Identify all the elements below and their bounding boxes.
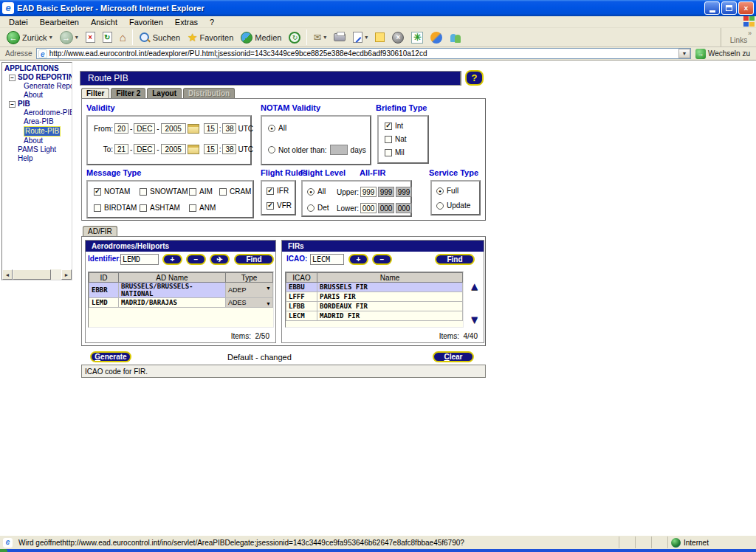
notam-all-option[interactable]: ● All	[268, 124, 286, 132]
forward-button[interactable]: → ▾	[56, 30, 82, 46]
menu-item-ansicht[interactable]: Ansicht	[85, 18, 123, 27]
service-update-option[interactable]: Update	[436, 201, 470, 210]
type-dropdown[interactable]: ADEP ▼	[226, 283, 273, 298]
restore-button[interactable]	[721, 1, 737, 15]
tab-adfir[interactable]: AD/FIR	[83, 226, 117, 237]
back-button[interactable]: ← Zurück ▾	[3, 30, 56, 46]
messenger-block-button[interactable]: ×	[388, 30, 408, 45]
calendar-icon[interactable]	[188, 124, 199, 134]
aerodrome-route-button[interactable]: ✈	[210, 254, 230, 265]
notam-option[interactable]: ✓ NOTAM	[94, 187, 130, 196]
briefing-mil-option[interactable]: Mil	[385, 148, 405, 156]
stop-button[interactable]: ×	[82, 30, 99, 44]
from-year-field[interactable]	[161, 123, 186, 134]
search-button[interactable]: Suchen	[135, 30, 184, 45]
fir-row[interactable]: LECMMADRID FIR	[286, 311, 463, 321]
collapse-icon[interactable]: −	[9, 75, 16, 81]
flight-level-det-option[interactable]: Det	[307, 204, 329, 212]
edit-dropdown-icon[interactable]: ▾	[365, 34, 368, 41]
ashtam-option[interactable]: ASHTAM	[140, 204, 180, 212]
scroll-left-icon[interactable]: ◄	[2, 269, 13, 280]
close-button[interactable]: ×	[738, 1, 754, 15]
anm-option[interactable]: ANM	[189, 204, 216, 212]
briefing-nat-option[interactable]: Nat	[385, 135, 407, 143]
snowtam-option[interactable]: SNOWTAM	[140, 187, 188, 196]
home-button[interactable]: ⌂	[116, 30, 130, 44]
sidebar-item-generate-report[interactable]: Generate Report	[4, 82, 72, 91]
mail-dropdown-icon[interactable]: ▾	[323, 34, 326, 41]
clear-button[interactable]: Clear	[433, 351, 474, 362]
tab-layout[interactable]: Layout	[147, 88, 182, 99]
aerodrome-remove-button[interactable]: −	[186, 254, 206, 265]
sidebar-item-pams-light[interactable]: PAMS Light	[4, 145, 72, 154]
generate-button[interactable]: Generate	[90, 351, 131, 362]
notam-not-older-option[interactable]: Not older than: days	[268, 145, 366, 155]
aerodrome-row[interactable]: EBBR BRUSSELS/BRUSSELS-NATIONAL ADEP ▼	[89, 283, 273, 298]
history-button[interactable]: ↻	[285, 30, 304, 45]
vfr-option[interactable]: ✓ VFR	[267, 201, 292, 210]
chevron-icon[interactable]: »	[748, 30, 752, 36]
edit-button[interactable]: ▾	[349, 30, 371, 44]
media-button[interactable]: Medien	[237, 30, 285, 45]
favorites-button[interactable]: ★ Favoriten	[184, 30, 237, 44]
ifr-option[interactable]: ✓ IFR	[267, 187, 289, 195]
forward-dropdown-icon[interactable]: ▾	[75, 34, 78, 41]
tab-filter[interactable]: Filter	[81, 88, 109, 99]
sidebar-item-aerodrome-pib[interactable]: Aerodrome-PIB	[4, 108, 72, 117]
sidebar-item-area-pib[interactable]: Area-PIB	[4, 117, 72, 126]
icao-input[interactable]	[310, 254, 344, 265]
sidebar-item-sdo-reporting[interactable]: − SDO REPORTING	[4, 73, 72, 82]
lower-field-1[interactable]	[360, 203, 377, 213]
sidebar-horizontal-scrollbar[interactable]: ◄ ►	[2, 269, 72, 280]
aerodrome-find-button[interactable]: Find	[234, 254, 274, 265]
menu-item-hilfe[interactable]: ?	[204, 18, 220, 27]
help-button[interactable]: ?	[465, 70, 484, 86]
address-dropdown-icon[interactable]: ▼	[678, 49, 690, 58]
print-button[interactable]	[330, 32, 349, 43]
menu-item-bearbeiten[interactable]: Bearbeiten	[34, 18, 85, 27]
dropdown-arrow-icon[interactable]: ▼	[266, 286, 271, 291]
to-year-field[interactable]	[161, 144, 186, 154]
fir-find-button[interactable]: Find	[435, 254, 475, 265]
scroll-right-icon[interactable]: ►	[61, 269, 72, 280]
go-button[interactable]: → Wechseln zu	[691, 49, 755, 59]
to-minute-field[interactable]	[222, 144, 236, 154]
sidebar-item-about-pib[interactable]: About	[4, 137, 72, 145]
aim-option[interactable]: AIM	[189, 187, 213, 196]
collapse-icon[interactable]: −	[9, 101, 16, 108]
refresh-button[interactable]: ↻	[99, 30, 116, 44]
links-toolbar[interactable]: » Links	[721, 28, 756, 46]
address-url[interactable]: http://www.ead.eurocontrol.int/eadexplor…	[49, 49, 678, 58]
calendar-icon[interactable]	[188, 145, 199, 154]
aerodrome-add-button[interactable]: +	[162, 254, 182, 265]
tab-filter2[interactable]: Filter 2	[111, 88, 145, 99]
birdtam-option[interactable]: BIRDTAM	[94, 204, 137, 212]
move-down-icon[interactable]: ▼	[469, 314, 480, 325]
type-dropdown[interactable]: ADES ▼	[226, 298, 273, 308]
address-input[interactable]: e http://www.ead.eurocontrol.int/eadexpl…	[36, 48, 691, 59]
fir-row[interactable]: LFFFPARIS FIR	[286, 292, 463, 302]
upper-field-1[interactable]	[360, 187, 377, 197]
cram-option[interactable]: CRAM	[219, 187, 251, 196]
fir-add-button[interactable]: +	[348, 254, 368, 265]
aerodrome-row[interactable]: LEMD MADRID/BARAJAS ADES ▼	[89, 298, 273, 308]
sidebar-item-about-sdo[interactable]: About	[4, 91, 72, 100]
sidebar-item-pib[interactable]: − PIB	[4, 100, 72, 108]
sidebar-item-help[interactable]: Help	[4, 154, 72, 163]
from-month-field[interactable]	[134, 123, 155, 134]
dropdown-arrow-icon[interactable]: ▼	[266, 301, 271, 306]
from-minute-field[interactable]	[222, 123, 236, 134]
research-button[interactable]	[427, 30, 446, 45]
identifier-input[interactable]	[120, 254, 159, 265]
back-dropdown-icon[interactable]: ▾	[49, 34, 52, 41]
to-day-field[interactable]	[114, 144, 128, 154]
menu-item-favoriten[interactable]: Favoriten	[123, 18, 169, 27]
from-day-field[interactable]	[114, 123, 128, 134]
icq-button[interactable]: ✳	[408, 30, 427, 45]
sidebar-item-route-pib[interactable]: Route-PIB	[4, 126, 72, 137]
from-hour-field[interactable]	[204, 123, 218, 134]
menu-item-datei[interactable]: Datei	[3, 18, 34, 27]
fir-row[interactable]: LFBBBORDEAUX FIR	[286, 302, 463, 311]
service-full-option[interactable]: ● Full	[436, 187, 458, 195]
to-hour-field[interactable]	[204, 144, 218, 154]
